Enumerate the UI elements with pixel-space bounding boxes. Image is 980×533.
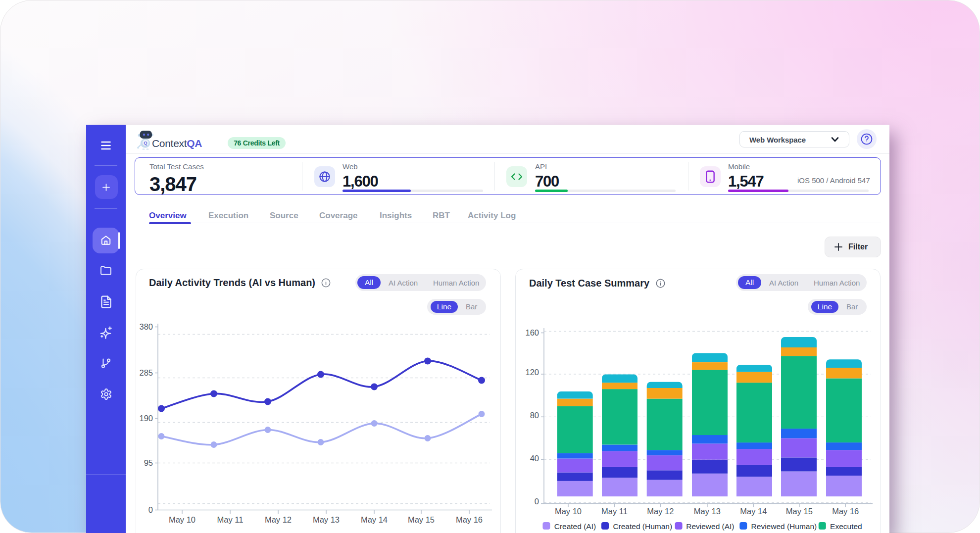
svg-text:Reviewed (AI): Reviewed (AI) — [686, 522, 734, 531]
svg-text:May 11: May 11 — [601, 507, 628, 516]
svg-text:Executed: Executed — [830, 522, 862, 531]
svg-text:120: 120 — [525, 368, 539, 377]
svg-text:Created (Human): Created (Human) — [613, 522, 672, 531]
svg-text:Q: Q — [144, 140, 147, 145]
svg-text:0: 0 — [535, 497, 539, 506]
svg-text:May 13: May 13 — [313, 515, 340, 524]
svg-text:May 14: May 14 — [361, 515, 388, 524]
svg-text:190: 190 — [139, 414, 153, 423]
svg-text:May 15: May 15 — [786, 507, 813, 516]
svg-text:380: 380 — [139, 322, 153, 331]
svg-text:May 16: May 16 — [456, 515, 483, 524]
svg-text:May 13: May 13 — [694, 507, 721, 516]
svg-text:May 11: May 11 — [217, 515, 244, 524]
svg-text:Created (AI): Created (AI) — [554, 522, 596, 531]
svg-text:May 12: May 12 — [265, 515, 292, 524]
svg-text:285: 285 — [139, 368, 153, 377]
svg-text:80: 80 — [530, 411, 539, 420]
svg-text:May 12: May 12 — [647, 507, 674, 516]
svg-text:May 10: May 10 — [169, 515, 196, 524]
svg-text:0: 0 — [148, 505, 153, 514]
svg-text:40: 40 — [530, 454, 539, 463]
svg-text:95: 95 — [144, 458, 153, 467]
svg-text:May 14: May 14 — [740, 507, 767, 516]
svg-text:May 10: May 10 — [555, 507, 582, 516]
svg-text:160: 160 — [525, 328, 539, 337]
svg-text:Reviewed (Human): Reviewed (Human) — [751, 522, 817, 531]
svg-text:May 15: May 15 — [408, 515, 435, 524]
svg-text:May 16: May 16 — [832, 507, 859, 516]
